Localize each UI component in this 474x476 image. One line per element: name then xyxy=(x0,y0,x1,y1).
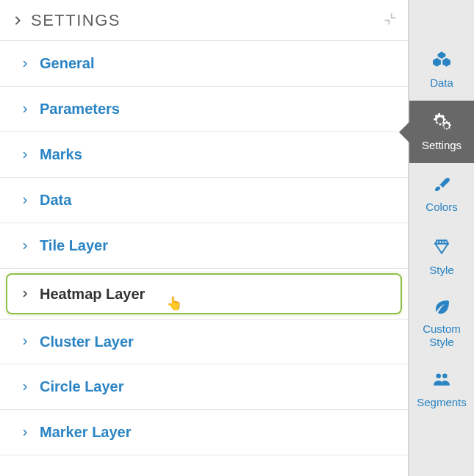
leaf-icon xyxy=(433,298,450,318)
section-heatmap-layer[interactable]: Heatmap Layer 👆 xyxy=(6,273,402,314)
cubes-icon xyxy=(432,50,451,72)
section-circle-layer[interactable]: Circle Layer xyxy=(0,364,408,410)
chevron-right-icon xyxy=(21,242,29,250)
sidebar-item-label: Custom Style xyxy=(412,322,471,349)
sidebar-item-custom-style[interactable]: Custom Style xyxy=(409,288,474,358)
sidebar-item-label: Style xyxy=(429,264,453,277)
right-sidebar: Data Settings Colors Style Custom Style … xyxy=(409,0,474,476)
chevron-right-icon xyxy=(21,151,29,159)
sidebar-item-label: Settings xyxy=(422,139,462,152)
section-label: General xyxy=(40,55,94,72)
sidebar-item-settings[interactable]: Settings xyxy=(409,101,474,163)
sidebar-item-colors[interactable]: Colors xyxy=(409,163,474,226)
section-tile-layer[interactable]: Tile Layer xyxy=(0,223,408,269)
section-label: Data xyxy=(40,192,71,209)
sidebar-item-label: Colors xyxy=(425,201,457,214)
section-label: Tile Layer xyxy=(40,237,108,254)
brush-icon xyxy=(433,176,450,196)
sidebar-item-style[interactable]: Style xyxy=(409,226,474,288)
section-marks[interactable]: Marks xyxy=(0,132,408,178)
chevron-right-icon xyxy=(21,428,29,437)
section-label: Circle Layer xyxy=(40,378,124,395)
settings-panel: SETTINGS General Parameters Marks Data xyxy=(0,0,409,476)
section-list: General Parameters Marks Data Tile Layer… xyxy=(0,41,408,455)
chevron-right-icon xyxy=(21,105,29,114)
section-label: Heatmap Layer xyxy=(40,286,145,303)
chevron-right-icon xyxy=(21,196,29,205)
section-parameters[interactable]: Parameters xyxy=(0,87,408,132)
sidebar-item-label: Segments xyxy=(417,396,467,409)
section-cluster-layer[interactable]: Cluster Layer xyxy=(0,319,408,364)
chevron-right-icon xyxy=(21,337,29,346)
chevron-right-icon xyxy=(21,60,29,68)
chevron-right-icon xyxy=(21,383,29,392)
section-label: Cluster Layer xyxy=(40,333,134,350)
users-icon xyxy=(432,369,451,392)
cursor-icon: 👆 xyxy=(166,295,182,311)
section-label: Marker Layer xyxy=(40,424,132,441)
gear-icon xyxy=(432,112,451,134)
chevron-right-icon[interactable] xyxy=(12,15,24,26)
section-general[interactable]: General xyxy=(0,41,408,87)
panel-title: SETTINGS xyxy=(31,11,383,30)
collapse-icon[interactable] xyxy=(383,12,398,29)
sidebar-item-data[interactable]: Data xyxy=(409,38,474,101)
section-data[interactable]: Data xyxy=(0,178,408,223)
chevron-right-icon xyxy=(21,289,29,298)
section-label: Parameters xyxy=(40,101,120,118)
section-marker-layer[interactable]: Marker Layer xyxy=(0,410,408,455)
diamond-icon xyxy=(432,237,451,259)
section-label: Marks xyxy=(40,146,82,163)
panel-header: SETTINGS xyxy=(0,0,408,41)
sidebar-item-label: Data xyxy=(430,76,453,90)
sidebar-item-segments[interactable]: Segments xyxy=(409,358,474,420)
